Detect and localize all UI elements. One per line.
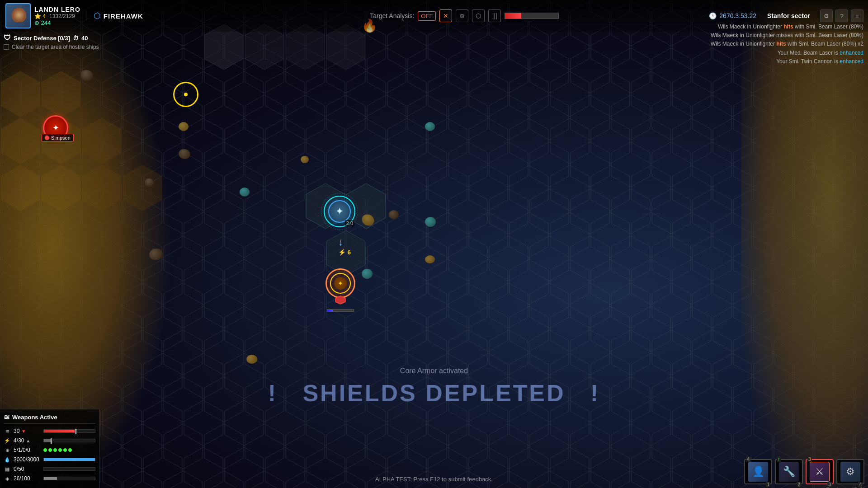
asteroid-12 [425, 255, 435, 263]
health-bar-top [505, 13, 559, 19]
help-icon[interactable]: ? [835, 9, 848, 22]
energy-value-display: ⚡ 6 [338, 249, 351, 256]
dot-1 [43, 448, 47, 452]
asteroid-8 [389, 210, 399, 219]
player-avatar[interactable] [5, 3, 31, 28]
stat-value-energy: 4/30 ▲ [14, 437, 41, 444]
stat-bar-shield-fill [44, 458, 95, 461]
ta-icon-bars[interactable]: ||| [488, 9, 501, 22]
stat-value-shield: 3000/3000 [14, 456, 41, 463]
sector-name: Stanfor sector [762, 12, 816, 19]
stat-bar-energy [43, 439, 95, 442]
svg-marker-20 [335, 296, 345, 304]
ship-name-area: ⬡ Firehawk [86, 11, 151, 21]
simpson-indicator [45, 136, 49, 140]
movement-indicator[interactable]: ↓ [338, 236, 343, 248]
player-credits: ⊕ 244 [34, 19, 80, 26]
stat-bar-energy-marker [51, 438, 52, 444]
asteroid-6 [301, 156, 309, 163]
skill-slot-1[interactable]: 4 👤 1 [744, 459, 772, 484]
combat-log: Wils Maeck in Unionfighter hits with Sml… [692, 23, 863, 66]
asteroid-10 [425, 217, 436, 227]
player-level: ⭐ 4 [34, 13, 46, 19]
player-info: Landn Lero ⭐ 4 1332/2129 ⊕ 244 [0, 0, 86, 31]
mission-panel: 🛡 Sector Defense [0/3] ⏱ 40 Clear the ta… [4, 34, 99, 50]
timestamp-value: 2670.3.53.22 [719, 12, 756, 19]
stat-row-dots: ⊕ 5/1/0/0 [4, 446, 95, 454]
enemy-ship-main[interactable]: ✦ [326, 268, 355, 298]
skill-bar: 4 👤 1 ↑ 🔧 2 3 ⚔ 3 ⚙ 4 Development Build [744, 459, 864, 484]
skill-icon-4: ⚙ [840, 462, 860, 482]
stat-bar-hp-marker [75, 429, 76, 434]
stat-icon-dots: ⊕ [4, 446, 11, 454]
ta-icon-hex[interactable]: ⬡ [472, 9, 485, 22]
stat-bar-energy-fill [44, 439, 51, 442]
timestamp: 🕐 2670.3.53.22 [703, 12, 762, 19]
energy-number: 6 [348, 249, 351, 256]
top-icons: ⚙ ? ≡ [816, 9, 868, 22]
stat-icon-armor: ▦ [4, 465, 11, 473]
skill-slot-4[interactable]: ⚙ 4 [836, 459, 864, 484]
stat-bar-hull [43, 477, 95, 480]
simpson-name: Simpson [51, 135, 71, 141]
dot-2 [48, 448, 52, 452]
mission-title: 🛡 Sector Defense [0/3] ⏱ 40 [4, 34, 99, 42]
health-fill [505, 13, 521, 19]
stat-row-shield: 💧 3000/3000 [4, 456, 95, 463]
player-details: Landn Lero ⭐ 4 1332/2129 ⊕ 244 [34, 6, 80, 26]
stat-icon-hp: ≋ [4, 427, 11, 435]
enemy-ship-inner-ring: ✦ [330, 273, 351, 294]
dot-4 [58, 448, 62, 452]
stat-bar-hp-fill [44, 430, 75, 432]
asteroid-13 [246, 355, 257, 364]
log-entry-3: Wils Maeck in Unionfighter hits with Sml… [692, 40, 863, 48]
settings-icon[interactable]: ⚙ [820, 9, 833, 22]
dot-5 [63, 448, 67, 452]
target-analysis: Target Analysis: OFF ✕ ⊕ ⬡ ||| [361, 9, 568, 22]
log-entry-2: Wils Maeck in Unionfighter misses with S… [692, 31, 863, 40]
target-analysis-state[interactable]: OFF [418, 11, 436, 21]
asteroid-2 [179, 122, 189, 131]
stat-value-dots: 5/1/0/0 [14, 447, 41, 453]
stat-icon-hull: ◈ [4, 475, 11, 482]
asteroid-5 [240, 188, 250, 197]
ship-name: Firehawk [104, 12, 143, 20]
menu-icon[interactable]: ≡ [851, 9, 863, 22]
player-name: Landn Lero [34, 6, 80, 13]
dot-6 [68, 448, 72, 452]
stat-bar-hull-fill [44, 477, 57, 480]
stat-row-hull: ◈ 26/100 [4, 475, 95, 482]
yellow-marker[interactable] [173, 82, 198, 107]
stat-bar-hp [43, 429, 95, 433]
bottom-left-hud: ≋ Weapons Active ≋ 30 ▼ ⚡ 4/30 ▲ ⊕ 5/1/0… [0, 409, 99, 488]
dot-3 [53, 448, 57, 452]
mission-objective: Clear the target area of hostile ships [4, 44, 99, 50]
skill-slot-2[interactable]: ↑ 🔧 2 [775, 459, 803, 484]
weapons-header-label: Weapons Active [12, 414, 57, 421]
stat-icon-shield: 💧 [4, 456, 11, 463]
asteroid-11 [362, 269, 373, 279]
ta-icon-target[interactable]: ⊕ [456, 9, 468, 22]
asteroid-9 [425, 122, 435, 131]
player-ship-ring: ✦ 2.0 [324, 196, 355, 227]
stat-value-armor: 0/50 [14, 466, 41, 472]
stat-bar-armor [43, 467, 95, 471]
stat-row-armor: ▦ 0/50 [4, 465, 95, 473]
player-ship[interactable]: ✦ 2.0 [324, 196, 355, 227]
skill-slot-2-subnum: 2 [797, 482, 801, 487]
stat-value-hp: 30 ▼ [14, 428, 41, 434]
enemy-ship-ring: ✦ [326, 268, 355, 298]
skill-slot-1-subnum: 1 [766, 482, 770, 487]
skill-icon-1: 👤 [748, 462, 768, 482]
terrain-right [741, 0, 868, 488]
skill-slot-2-num: ↑ [777, 456, 781, 462]
log-entry-5: Your Sml. Twin Cannon is enhanced [692, 57, 863, 66]
player-xp: 1332/2129 [49, 13, 75, 19]
skill-slot-3[interactable]: 3 ⚔ 3 [806, 459, 834, 484]
ta-icon-cross[interactable]: ✕ [439, 9, 452, 22]
stat-row-energy: ⚡ 4/30 ▲ [4, 437, 95, 444]
skill-icon-3: ⚔ [810, 462, 830, 482]
skill-slot-1-num: 4 [746, 456, 750, 462]
stat-value-hull: 26/100 [14, 475, 41, 482]
stat-row-hp: ≋ 30 ▼ [4, 427, 95, 435]
